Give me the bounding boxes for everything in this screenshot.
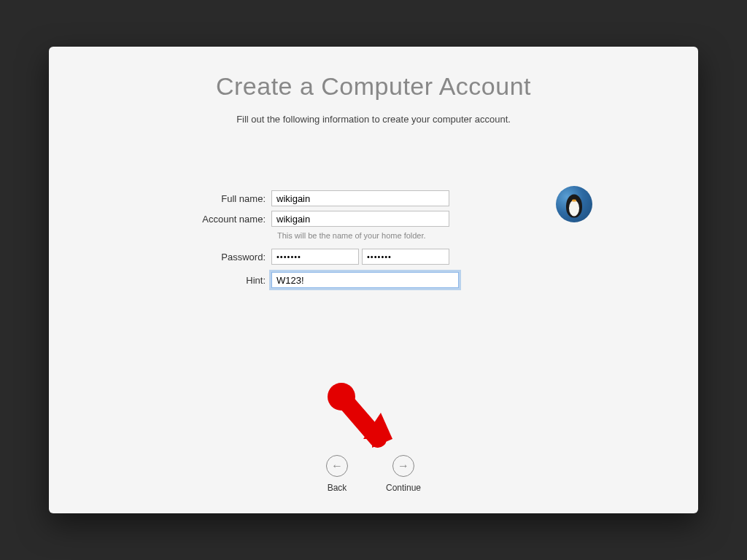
- penguin-icon: [566, 195, 582, 218]
- account-name-row: Account name:: [169, 211, 578, 227]
- page-subtitle: Fill out the following information to cr…: [49, 114, 698, 125]
- continue-arrow-icon: →: [392, 455, 414, 477]
- hint-input[interactable]: [271, 272, 459, 288]
- user-avatar[interactable]: [556, 186, 592, 222]
- back-button[interactable]: ← Back: [326, 455, 348, 493]
- account-name-input[interactable]: [271, 211, 449, 227]
- page-title: Create a Computer Account: [49, 72, 698, 101]
- svg-point-0: [328, 383, 355, 411]
- back-label: Back: [328, 483, 347, 493]
- full-name-label: Full name:: [169, 193, 271, 204]
- account-name-label: Account name:: [169, 214, 271, 225]
- red-arrow-annotation: [321, 382, 409, 462]
- hint-label: Hint:: [169, 275, 271, 286]
- password-input[interactable]: [271, 249, 359, 265]
- full-name-row: Full name:: [169, 190, 578, 206]
- account-form: Full name: Account name: This will be th…: [169, 190, 578, 288]
- account-name-helper: This will be the name of your home folde…: [277, 231, 578, 240]
- back-arrow-icon: ←: [326, 455, 348, 477]
- password-row: Password:: [169, 249, 578, 265]
- navigation-buttons: ← Back → Continue: [326, 455, 421, 493]
- continue-label: Continue: [386, 483, 421, 493]
- continue-button[interactable]: → Continue: [386, 455, 421, 493]
- hint-row: Hint:: [169, 272, 578, 288]
- full-name-input[interactable]: [271, 190, 449, 206]
- password-label: Password:: [169, 252, 271, 262]
- setup-window: Create a Computer Account Fill out the f…: [49, 47, 698, 513]
- password-verify-input[interactable]: [362, 249, 449, 265]
